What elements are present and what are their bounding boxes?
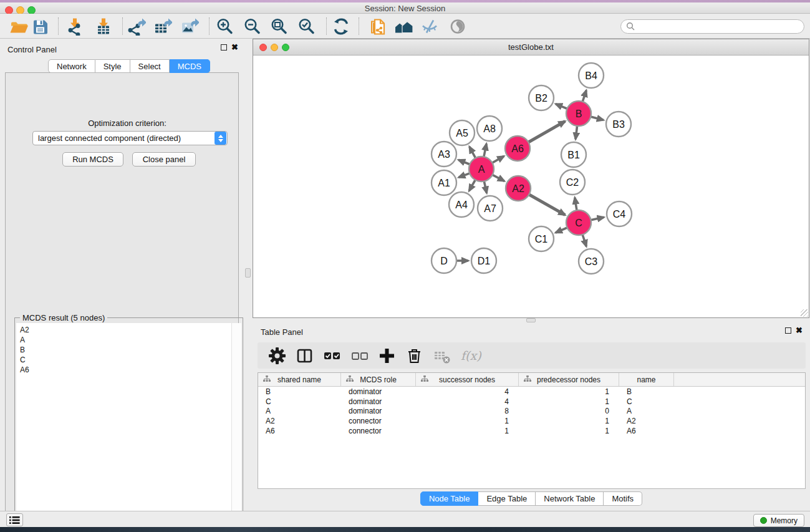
result-item[interactable]: C xyxy=(20,355,233,365)
table-row[interactable]: Cdominator41C xyxy=(258,397,805,407)
zoom-selected-button[interactable] xyxy=(296,17,317,36)
open-file-button[interactable] xyxy=(8,17,29,36)
table-row[interactable]: Bdominator41B xyxy=(258,387,805,397)
zoom-in-button[interactable] xyxy=(215,17,236,36)
tab-network[interactable]: Network xyxy=(48,59,95,73)
graph-node-A8[interactable]: A8 xyxy=(477,116,502,141)
column-header-predecessor-nodes[interactable]: predecessor nodes xyxy=(519,373,619,386)
close-panel-button[interactable]: Close panel xyxy=(132,152,196,167)
result-item[interactable]: A xyxy=(20,335,233,345)
mcds-tab-content: Optimization criterion: largest connecte… xyxy=(5,72,239,532)
tab-select[interactable]: Select xyxy=(130,59,170,73)
graph-node-A2[interactable]: A2 xyxy=(506,176,531,201)
hide-eye-button[interactable] xyxy=(420,17,441,36)
task-history-button[interactable] xyxy=(6,513,23,526)
zoom-out-button[interactable] xyxy=(242,17,263,36)
column-header-MCDS-role[interactable]: MCDS role xyxy=(341,373,416,386)
graph-node-C1[interactable]: C1 xyxy=(529,226,554,251)
gear-button[interactable] xyxy=(266,345,287,366)
memory-button[interactable]: Memory xyxy=(753,514,804,527)
result-item[interactable]: B xyxy=(20,345,233,355)
graph-node-A5[interactable]: A5 xyxy=(450,120,475,145)
graph-node-A[interactable]: A xyxy=(469,157,494,181)
graph-node-B3[interactable]: B3 xyxy=(606,112,631,137)
import-table-button[interactable] xyxy=(93,17,114,36)
result-item[interactable]: A6 xyxy=(20,365,233,375)
graph-node-C2[interactable]: C2 xyxy=(560,170,585,195)
page-network-button[interactable] xyxy=(368,17,389,36)
float-panel-icon[interactable] xyxy=(785,327,791,334)
graph-node-B[interactable]: B xyxy=(566,101,591,126)
graph-node-A6[interactable]: A6 xyxy=(505,136,530,161)
vertical-splitter-grip[interactable] xyxy=(245,268,251,278)
network-window-titlebar[interactable]: testGlobe.txt xyxy=(253,39,809,56)
graph-node-B2[interactable]: B2 xyxy=(529,85,554,110)
node-label: A1 xyxy=(438,178,450,188)
export-network-button[interactable] xyxy=(126,17,147,36)
export-network-icon xyxy=(127,17,146,36)
network-canvas[interactable]: B4B2BB3A8A5A6A3B1AC2A1A2A4A7C4CC1C3DD1 xyxy=(253,56,809,317)
tab-style[interactable]: Style xyxy=(95,59,130,73)
search-box[interactable] xyxy=(620,19,804,34)
tab-network-table[interactable]: Network Table xyxy=(536,491,604,506)
result-item[interactable]: A2 xyxy=(20,325,233,335)
graph-node-A1[interactable]: A1 xyxy=(432,170,456,195)
search-input[interactable] xyxy=(635,20,804,33)
export-table-button[interactable] xyxy=(152,17,173,36)
graph-node-D1[interactable]: D1 xyxy=(471,248,496,273)
close-panel-icon[interactable]: ✖ xyxy=(231,44,238,51)
table-row[interactable]: A6connector11A6 xyxy=(258,426,805,436)
tab-motifs[interactable]: Motifs xyxy=(604,491,642,506)
graph-node-C[interactable]: C xyxy=(566,210,591,235)
trash-button[interactable] xyxy=(403,345,425,366)
home-button[interactable] xyxy=(393,17,414,36)
import-table-icon xyxy=(94,17,113,36)
run-mcds-button[interactable]: Run MCDS xyxy=(62,152,123,167)
hide-eye-icon xyxy=(421,17,440,36)
columns-button[interactable] xyxy=(294,345,315,366)
graph-node-A7[interactable]: A7 xyxy=(478,196,503,221)
table-cell: 4 xyxy=(416,387,519,396)
graph-node-D[interactable]: D xyxy=(432,248,456,273)
table-cell: A xyxy=(619,407,674,415)
graph-node-A3[interactable]: A3 xyxy=(432,142,456,167)
graph-node-B4[interactable]: B4 xyxy=(579,63,604,88)
table-cell: A xyxy=(258,407,341,415)
delete-table-button[interactable] xyxy=(431,345,452,366)
column-header-successor-nodes[interactable]: successor nodes xyxy=(416,373,519,386)
function-builder-button[interactable]: f(x) xyxy=(461,345,481,366)
checked-boxes-button[interactable] xyxy=(321,345,342,366)
save-session-button[interactable] xyxy=(30,17,51,36)
column-header-shared-name[interactable]: shared name xyxy=(258,373,341,386)
float-panel-icon[interactable] xyxy=(221,44,227,51)
graph-node-C3[interactable]: C3 xyxy=(579,249,604,274)
column-label: successor nodes xyxy=(439,375,495,384)
tab-edge-table[interactable]: Edge Table xyxy=(478,491,536,506)
graph-node-B1[interactable]: B1 xyxy=(561,142,586,167)
horizontal-splitter-grip[interactable] xyxy=(526,318,536,322)
result-scrollbar[interactable] xyxy=(231,323,241,531)
table-toolbar: f(x) xyxy=(258,342,806,369)
table-row[interactable]: A2connector11A2 xyxy=(258,416,805,426)
close-panel-icon[interactable]: ✖ xyxy=(796,327,803,334)
resize-grip-icon[interactable] xyxy=(801,309,808,317)
status-bar: Memory xyxy=(0,511,810,527)
table-row[interactable]: Adominator80A xyxy=(258,407,805,417)
refresh-button[interactable] xyxy=(331,17,352,36)
graph-node-C4[interactable]: C4 xyxy=(607,201,632,226)
tab-node-table[interactable]: Node Table xyxy=(420,491,479,506)
mcds-result-list[interactable]: A2ABCA6 xyxy=(16,323,233,531)
column-header-name[interactable]: name xyxy=(619,373,674,386)
graph-node-A4[interactable]: A4 xyxy=(449,192,474,217)
import-network-button[interactable] xyxy=(64,17,85,36)
zoom-fit-button[interactable] xyxy=(269,17,290,36)
search-icon xyxy=(626,22,635,31)
unchecked-boxes-button[interactable] xyxy=(349,345,370,366)
zoom-out-icon xyxy=(243,17,262,36)
criterion-select[interactable]: largest connected component (directed) xyxy=(32,131,228,145)
node-table[interactable]: shared nameMCDS rolesuccessor nodesprede… xyxy=(258,372,806,489)
export-image-button[interactable] xyxy=(179,17,200,36)
add-button[interactable] xyxy=(376,345,397,366)
tab-mcds[interactable]: MCDS xyxy=(170,59,210,73)
eye-button[interactable] xyxy=(448,17,469,36)
